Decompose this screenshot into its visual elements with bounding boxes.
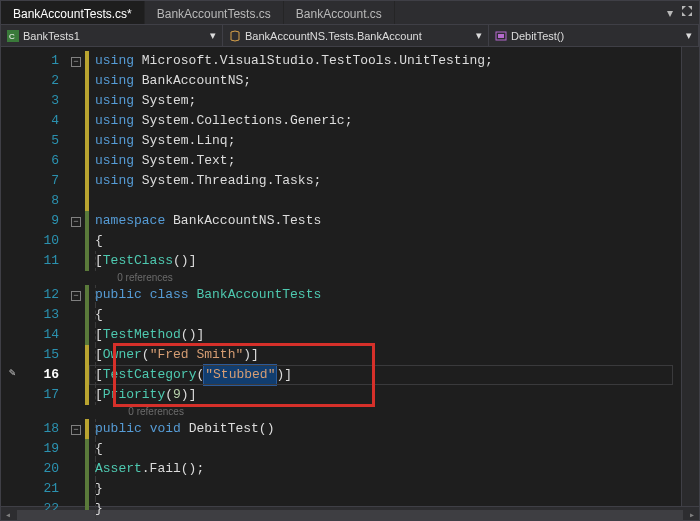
nav-method[interactable]: DebitTest() ▾ [489, 25, 699, 46]
code-editor[interactable]: using Microsoft.VisualStudio.TestTools.U… [89, 47, 681, 506]
fold-column[interactable]: −−−− [67, 47, 85, 506]
scroll-right-icon[interactable]: ▸ [689, 509, 695, 521]
nav-class-label: BankAccountNS.Tests.BankAccount [245, 30, 422, 42]
chevron-down-icon: ▾ [686, 29, 692, 42]
nav-method-label: DebitTest() [511, 30, 564, 42]
line-number-gutter[interactable]: 1234567891011121314151617181920212223 [23, 47, 67, 506]
svg-text:C: C [9, 32, 15, 41]
method-icon [495, 30, 507, 42]
tab-bar: BankAccountTests.cs* BankAccountTests.cs… [1, 1, 699, 25]
vertical-scrollbar[interactable] [681, 47, 699, 506]
tab-file-2[interactable]: BankAccount.cs [284, 1, 395, 24]
editor-area: ✎ 1234567891011121314151617181920212223 … [1, 47, 699, 506]
breakpoint-margin[interactable]: ✎ [1, 47, 23, 506]
tab-label: BankAccountTests.cs* [13, 7, 132, 21]
tab-label: BankAccountTests.cs [157, 7, 271, 21]
scroll-left-icon[interactable]: ◂ [5, 509, 11, 521]
nav-project[interactable]: C BankTests1 ▾ [1, 25, 223, 46]
tab-file-1[interactable]: BankAccountTests.cs [145, 1, 284, 24]
chevron-down-icon: ▾ [210, 29, 216, 42]
nav-project-label: BankTests1 [23, 30, 80, 42]
tab-file-0[interactable]: BankAccountTests.cs* [1, 1, 145, 24]
fullscreen-icon[interactable] [681, 5, 693, 20]
svg-rect-3 [498, 34, 504, 38]
chevron-down-icon: ▾ [476, 29, 482, 42]
navigation-bar: C BankTests1 ▾ BankAccountNS.Tests.BankA… [1, 25, 699, 47]
tab-label: BankAccount.cs [296, 7, 382, 21]
nav-class[interactable]: BankAccountNS.Tests.BankAccount ▾ [223, 25, 489, 46]
csharp-project-icon: C [7, 30, 19, 42]
class-icon [229, 30, 241, 42]
dropdown-icon[interactable]: ▾ [667, 6, 673, 20]
